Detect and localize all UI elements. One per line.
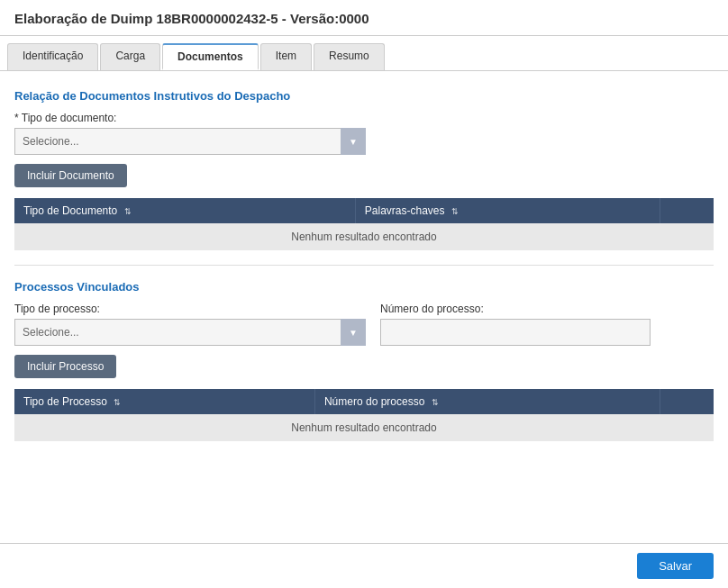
tabs-bar: Identificação Carga Documentos Item Resu… <box>0 36 728 71</box>
documentos-empty-message: Nenhum resultado encontrado <box>14 223 714 250</box>
tab-documentos[interactable]: Documentos <box>162 43 259 70</box>
tipo-processo-select[interactable]: Selecione... <box>14 319 366 346</box>
col-palavras-chaves: Palavras-chaves ⇅ <box>355 198 660 223</box>
tab-carga[interactable]: Carga <box>100 43 160 70</box>
page-title: Elaboração de Duimp 18BR0000002432-5 - V… <box>14 11 369 26</box>
sort-tipo-processo-icon[interactable]: ⇅ <box>114 398 121 407</box>
processos-section: Processos Vinculados Tipo de processo: S… <box>14 280 714 441</box>
save-button[interactable]: Salvar <box>637 553 714 579</box>
sort-tipo-documento-icon[interactable]: ⇅ <box>124 207 132 216</box>
processos-empty-message: Nenhum resultado encontrado <box>14 414 714 441</box>
numero-processo-group: Número do processo: <box>380 303 651 346</box>
incluir-processo-button[interactable]: Incluir Processo <box>14 355 116 378</box>
tipo-documento-select[interactable]: Selecione... <box>14 128 366 155</box>
documentos-section: Relação de Documentos Instrutivos do Des… <box>14 89 714 250</box>
tab-resumo[interactable]: Resumo <box>314 43 385 70</box>
processos-empty-row: Nenhum resultado encontrado <box>14 414 714 441</box>
processos-section-title: Processos Vinculados <box>14 280 714 294</box>
documentos-empty-row: Nenhum resultado encontrado <box>14 223 714 250</box>
tab-identificacao[interactable]: Identificação <box>7 43 98 70</box>
processo-fields-row: Tipo de processo: Selecione... Número do… <box>14 303 714 346</box>
tipo-processo-select-wrapper: Selecione... <box>14 319 366 346</box>
col-proc-actions <box>660 389 714 414</box>
col-tipo-documento: Tipo de Documento ⇅ <box>14 198 355 223</box>
sort-palavras-chaves-icon[interactable]: ⇅ <box>451 207 459 216</box>
incluir-documento-button[interactable]: Incluir Documento <box>14 164 127 187</box>
tipo-documento-label: * Tipo de documento: <box>14 112 714 124</box>
col-tipo-processo: Tipo de Processo ⇅ <box>14 389 314 414</box>
page-wrapper: Elaboração de Duimp 18BR0000002432-5 - V… <box>0 0 728 588</box>
section-divider <box>14 265 714 266</box>
documentos-section-title: Relação de Documentos Instrutivos do Des… <box>14 89 714 103</box>
col-doc-actions <box>660 198 714 223</box>
sort-numero-processo-icon[interactable]: ⇅ <box>432 398 439 407</box>
numero-processo-label: Número do processo: <box>380 303 651 315</box>
tipo-processo-group: Tipo de processo: Selecione... <box>14 303 366 346</box>
numero-processo-input[interactable] <box>380 319 651 346</box>
processos-table: Tipo de Processo ⇅ Número do processo ⇅ … <box>14 389 714 441</box>
page-title-bar: Elaboração de Duimp 18BR0000002432-5 - V… <box>0 0 728 36</box>
tipo-processo-label: Tipo de processo: <box>14 303 366 315</box>
tab-item[interactable]: Item <box>260 43 312 70</box>
col-numero-processo: Número do processo ⇅ <box>314 389 660 414</box>
content-area: Relação de Documentos Instrutivos do Des… <box>0 71 728 588</box>
tipo-documento-select-wrapper: Selecione... <box>14 128 366 155</box>
footer-bar: Salvar <box>0 543 728 588</box>
documentos-table: Tipo de Documento ⇅ Palavras-chaves ⇅ Ne… <box>14 198 714 250</box>
